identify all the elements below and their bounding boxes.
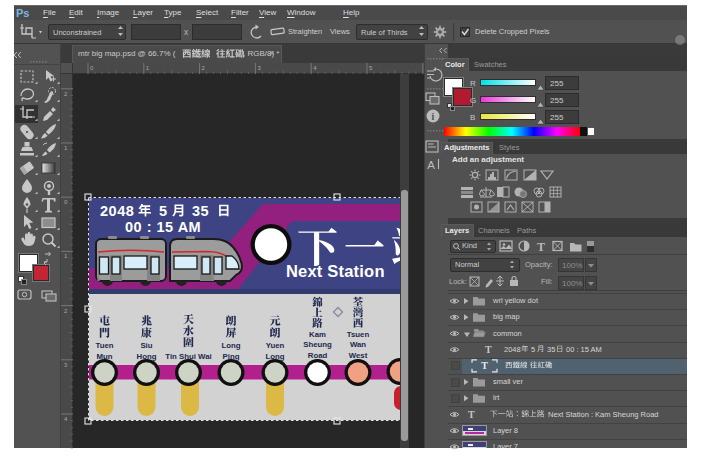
svg-text:T: T xyxy=(537,240,545,254)
svg-text:i: i xyxy=(432,111,435,122)
svg-text:T: T xyxy=(468,409,475,420)
svg-text:T: T xyxy=(481,360,488,371)
svg-text:T: T xyxy=(485,344,492,355)
svg-text:A: A xyxy=(427,159,435,171)
